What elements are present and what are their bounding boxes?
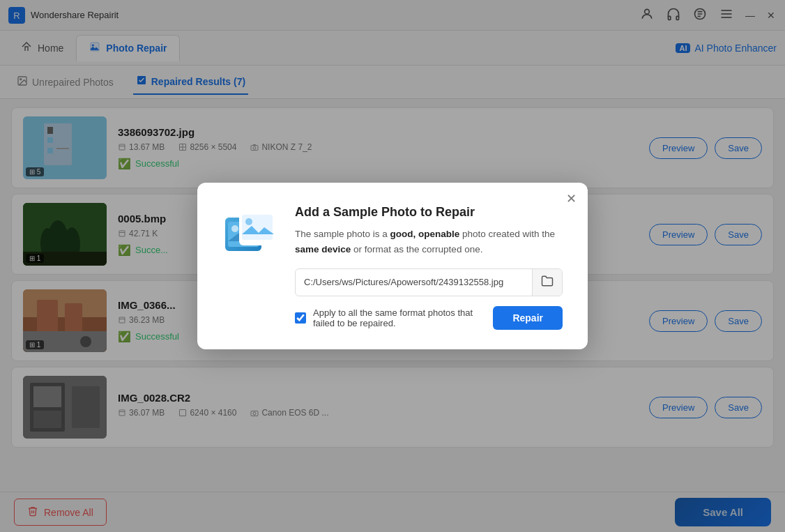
modal-file-row bbox=[295, 268, 563, 296]
svg-rect-57 bbox=[242, 215, 273, 240]
modal-text-section: Add a Sample Photo to Repair The sample … bbox=[295, 205, 563, 329]
modal-browse-button[interactable] bbox=[532, 269, 562, 296]
modal-overlay: ✕ bbox=[0, 0, 785, 532]
modal-repair-button[interactable]: Repair bbox=[493, 306, 563, 330]
modal-close-button[interactable]: ✕ bbox=[566, 192, 577, 205]
modal-desc-bold2: same device bbox=[295, 244, 351, 254]
modal-desc-part1: The sample photo is a bbox=[295, 229, 390, 239]
modal-dialog: ✕ bbox=[197, 183, 588, 349]
modal-checkbox[interactable] bbox=[295, 312, 306, 324]
modal-title: Add a Sample Photo to Repair bbox=[295, 205, 563, 220]
modal-body: Add a Sample Photo to Repair The sample … bbox=[222, 205, 563, 329]
modal-icon bbox=[222, 205, 278, 261]
svg-point-58 bbox=[245, 218, 252, 225]
modal-checkbox-row: Apply to all the same format photos that… bbox=[295, 306, 563, 330]
modal-desc-bold1: good, openable bbox=[390, 229, 460, 239]
modal-checkbox-label: Apply to all the same format photos that… bbox=[313, 307, 486, 328]
svg-point-55 bbox=[231, 225, 238, 232]
modal-desc-part2: photo created with the bbox=[459, 229, 555, 239]
modal-file-input[interactable] bbox=[296, 271, 532, 293]
sample-photo-icon bbox=[222, 205, 278, 261]
modal-desc-part3: or format as the corrupted one. bbox=[351, 244, 482, 254]
modal-description: The sample photo is a good, openable pho… bbox=[295, 227, 563, 257]
